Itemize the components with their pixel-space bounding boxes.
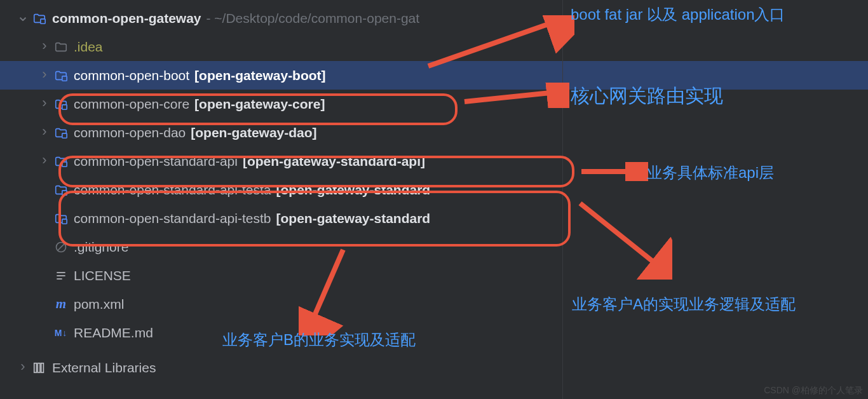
node-bracket: [open-gateway-standard <box>276 211 431 226</box>
tree-row-std-api-testb[interactable]: common-open-standard-api-testb [open-gat… <box>0 204 868 233</box>
library-icon <box>32 360 47 375</box>
chevron-right-icon[interactable] <box>38 67 51 84</box>
module-folder-icon <box>53 154 69 169</box>
module-folder-icon <box>53 97 69 112</box>
node-label: LICENSE <box>74 268 131 283</box>
node-label: .idea <box>74 39 103 55</box>
folder-icon <box>53 39 69 55</box>
svg-rect-13 <box>37 363 40 372</box>
watermark: CSDN @柏修的个人笔录 <box>764 385 863 396</box>
svg-line-8 <box>58 244 64 250</box>
panel-divider[interactable] <box>562 0 563 399</box>
chevron-down-icon[interactable] <box>17 10 29 27</box>
maven-pom-icon: m <box>53 297 69 312</box>
module-folder-icon <box>53 125 69 140</box>
module-folder-icon <box>53 182 69 198</box>
tree-row-dao[interactable]: common-open-dao [open-gateway-dao] <box>0 118 868 147</box>
node-bracket: [open-gateway-core] <box>194 97 325 112</box>
tree-row-boot[interactable]: common-open-boot [open-gateway-boot] <box>0 61 868 90</box>
project-tree[interactable]: common-open-gateway - ~/Desktop/code/com… <box>0 0 868 382</box>
ignore-file-icon <box>53 240 69 255</box>
node-bracket: [open-gateway-standard-api] <box>243 154 425 169</box>
node-label: common-open-dao <box>74 125 186 140</box>
annotation-core: 核心网关路由实现 <box>571 83 723 109</box>
annotation-std-api: 业务具体标准api层 <box>647 162 774 184</box>
tree-row-core[interactable]: common-open-core [open-gateway-core] <box>0 90 868 118</box>
chevron-right-icon[interactable] <box>38 39 51 55</box>
svg-rect-5 <box>62 190 67 194</box>
chevron-right-icon[interactable] <box>38 153 51 170</box>
svg-rect-3 <box>62 133 67 137</box>
root-path: - ~/Desktop/code/common-open-gat <box>207 11 420 26</box>
markdown-file-icon: M↓ <box>53 325 69 341</box>
annotation-boot: boot fat jar 以及 application入口 <box>571 4 837 25</box>
root-name: common-open-gateway <box>52 11 201 26</box>
node-label: External Libraries <box>52 360 156 375</box>
node-label: pom.xml <box>74 297 124 312</box>
chevron-right-icon[interactable] <box>38 96 51 112</box>
node-label: common-open-standard-api-testb <box>74 211 271 226</box>
module-folder-icon <box>53 211 69 226</box>
text-file-icon <box>53 268 69 283</box>
chevron-right-icon[interactable] <box>17 360 29 376</box>
node-bracket: [open-gateway-standard <box>276 182 431 198</box>
svg-rect-4 <box>62 161 67 166</box>
tree-row-ext-lib[interactable]: External Libraries <box>0 353 868 382</box>
node-label: common-open-standard-api <box>74 154 238 169</box>
tree-row-readme[interactable]: M↓ README.md <box>0 318 868 347</box>
svg-rect-6 <box>62 219 67 223</box>
svg-rect-1 <box>62 76 67 80</box>
svg-rect-2 <box>62 104 67 109</box>
node-bracket: [open-gateway-boot] <box>194 68 325 83</box>
chevron-right-icon[interactable] <box>38 125 51 141</box>
module-folder-icon <box>32 11 47 26</box>
node-label: .gitignore <box>74 240 128 255</box>
svg-rect-0 <box>41 18 45 23</box>
node-label: common-open-boot <box>74 68 189 83</box>
tree-row-license[interactable]: LICENSE <box>0 261 868 290</box>
svg-rect-12 <box>34 363 37 372</box>
node-bracket: [open-gateway-dao] <box>191 125 316 140</box>
svg-rect-14 <box>41 363 44 372</box>
tree-row-idea[interactable]: .idea <box>0 32 868 61</box>
annotation-client-a: 业务客户A的实现业务逻辑及适配 <box>572 294 851 315</box>
annotation-client-b: 业务客户B的业务实现及适配 <box>222 329 432 351</box>
module-folder-icon <box>53 68 69 83</box>
node-label: common-open-core <box>74 97 189 112</box>
node-label: README.md <box>74 325 153 341</box>
tree-row-gitignore[interactable]: .gitignore <box>0 233 868 261</box>
node-label: common-open-standard-api-testa <box>74 182 271 198</box>
